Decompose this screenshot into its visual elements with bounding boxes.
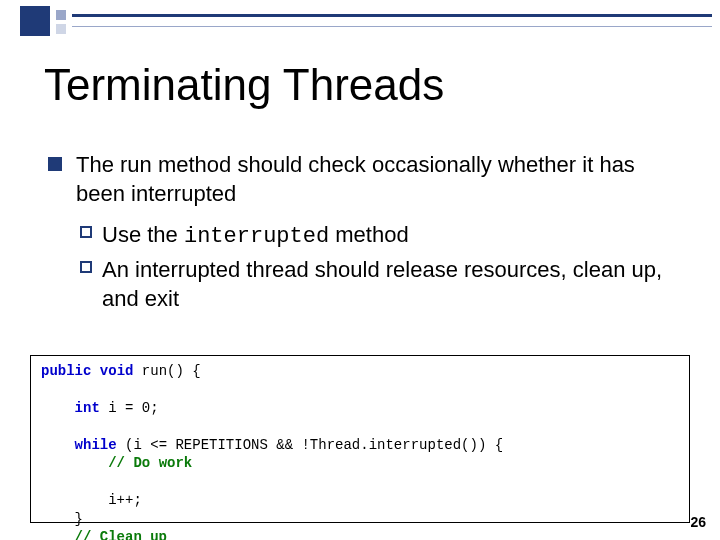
bullet-level2-1: Use the interrupted method [80,220,684,251]
code-text: i = 0; [100,400,159,416]
bullet-level1: The run method should check occasionally… [48,150,684,208]
code-text: i++; [41,492,142,508]
bullet-text: An interrupted thread should release res… [102,255,684,313]
square-bullet-icon [48,157,62,171]
slide-title: Terminating Threads [44,60,444,110]
hollow-square-bullet-icon [80,226,92,238]
bullet-text: Use the interrupted method [102,220,684,251]
code-text [41,455,108,471]
code-text: (i <= REPETITIONS && !Thread.interrupted… [117,437,503,453]
header-decoration [0,0,720,52]
bullet-level2-2: An interrupted thread should release res… [80,255,684,313]
code-comment: // Clean up [75,529,167,540]
code-block: public void run() { int i = 0; while (i … [30,355,690,523]
deco-square-large [20,6,50,36]
hollow-square-bullet-icon [80,261,92,273]
text-run: method [329,222,409,247]
deco-line-main [72,14,712,17]
code-text: } [41,511,83,527]
page-number: 26 [690,514,706,530]
code-keyword: void [100,363,134,379]
code-keyword: int [75,400,100,416]
slide: Terminating Threads The run method shoul… [0,0,720,540]
code-text [41,529,75,540]
code-text [91,363,99,379]
inline-code: interrupted [184,224,329,249]
code-text [41,437,75,453]
code-text [41,400,75,416]
slide-body: The run method should check occasionally… [48,150,684,313]
code-comment: // Do work [108,455,192,471]
bullet-text: The run method should check occasionally… [76,150,684,208]
deco-square-small-1 [56,10,66,20]
text-run: Use the [102,222,184,247]
deco-line-sub [72,26,712,27]
deco-square-small-2 [56,24,66,34]
code-keyword: public [41,363,91,379]
code-keyword: while [75,437,117,453]
code-text: run() { [133,363,200,379]
